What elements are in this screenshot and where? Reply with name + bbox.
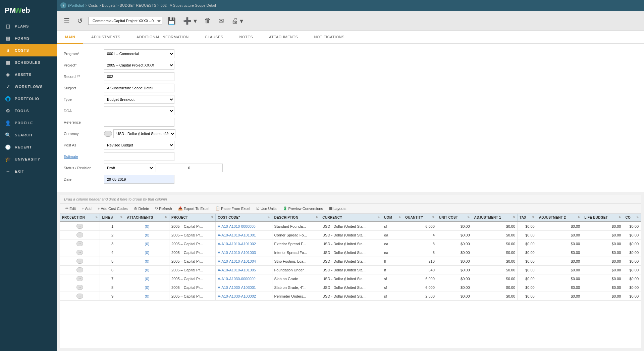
cell-cost-code[interactable]: A-A10-A1010-A101002 (216, 239, 272, 248)
add-cost-codes-button[interactable]: + Add Cost Codes (95, 206, 130, 212)
sidebar-item-schedules[interactable]: ▦ SCHEDULES (0, 56, 57, 69)
cell-attachments[interactable]: (0) (125, 231, 169, 239)
tab-adjustments[interactable]: ADJUSTMENTS (83, 31, 128, 44)
cell-projection[interactable]: ··· (60, 257, 100, 266)
cell-projection[interactable]: ··· (60, 222, 100, 231)
cell-attachments[interactable]: (0) (125, 257, 169, 266)
th-line[interactable]: LINE #⇅ (100, 214, 125, 222)
cell-attachments[interactable]: (0) (125, 239, 169, 248)
cell-attachments[interactable]: (0) (125, 248, 169, 257)
th-tax[interactable]: TAX⇅ (518, 214, 537, 222)
cell-attachments[interactable]: (0) (125, 222, 169, 231)
cell-attachments[interactable]: (0) (125, 274, 169, 283)
sidebar-item-portfolio[interactable]: 🌐 PORTFOLIO (0, 93, 57, 105)
project-select-field[interactable]: 2005 – Capital Project XXXX (104, 61, 174, 70)
cost-code-link[interactable]: A-A10-A1030-0000000 (218, 277, 256, 281)
status-select[interactable]: Draft (104, 164, 154, 172)
cell-cost-code[interactable]: A-A10-A1010-A101001 (216, 231, 272, 239)
undo-button[interactable]: ↺ (75, 15, 85, 26)
grid-delete-button[interactable]: 🗑 Delete (131, 206, 152, 212)
cell-attachments[interactable]: (0) (125, 283, 169, 292)
cell-projection[interactable]: ··· (60, 266, 100, 274)
cost-code-link[interactable]: A-A10-A1030-A103001 (218, 286, 256, 290)
th-life-budget[interactable]: LIFE BUDGET⇅ (582, 214, 623, 222)
projection-ellipsis-button[interactable]: ··· (76, 250, 83, 255)
attachments-link[interactable]: (0) (145, 268, 149, 272)
cell-projection[interactable]: ··· (60, 283, 100, 292)
th-description[interactable]: DESCRIPTION⇅ (272, 214, 320, 222)
attachments-link[interactable]: (0) (145, 242, 149, 246)
th-co[interactable]: CO⇅ (623, 214, 641, 222)
tab-notifications[interactable]: NOTIFICATIONS (306, 31, 353, 44)
reference-input[interactable] (104, 118, 174, 127)
sidebar-item-assets[interactable]: ◈ ASSETS (0, 69, 57, 81)
program-select[interactable]: 0001 – Commercial (104, 49, 174, 58)
tab-additional[interactable]: ADDITIONAL INFORMATION (128, 31, 197, 44)
menu-button[interactable]: ☰ (62, 15, 72, 26)
cell-projection[interactable]: ··· (60, 239, 100, 248)
edit-button[interactable]: ✏ Edit (63, 205, 78, 212)
cost-code-link[interactable]: A-A10-A1010-A101003 (218, 251, 256, 255)
th-adjustment2[interactable]: ADJUSTMENT 2⇅ (537, 214, 582, 222)
th-projection[interactable]: PROJECTION⇅ (60, 214, 100, 222)
revision-input[interactable] (156, 164, 223, 172)
estimate-input[interactable] (104, 152, 174, 161)
projection-ellipsis-button[interactable]: ··· (76, 241, 83, 246)
th-cost-code[interactable]: COST CODE*⇅ (216, 214, 272, 222)
tab-attachments[interactable]: ATTACHMENTS (261, 31, 306, 44)
cell-projection[interactable]: ··· (60, 292, 100, 301)
cost-code-link[interactable]: A-A10-A1010-0000000 (218, 224, 256, 228)
attachments-link[interactable]: (0) (145, 294, 149, 298)
doa-select[interactable] (104, 106, 174, 115)
cell-attachments[interactable]: (0) (125, 292, 169, 301)
cell-cost-code[interactable]: A-A10-A1010-A101003 (216, 248, 272, 257)
add-button[interactable]: ➕ ▾ (181, 15, 199, 26)
cell-projection[interactable]: ··· (60, 231, 100, 239)
cost-code-link[interactable]: A-A10-A1030-A103002 (218, 294, 256, 298)
th-currency[interactable]: CURRENCY⇅ (320, 214, 382, 222)
sidebar-item-exit[interactable]: → EXIT (0, 165, 57, 177)
cell-cost-code[interactable]: A-A10-A1010-A101005 (216, 266, 272, 274)
delete-button[interactable]: 🗑 (202, 15, 213, 26)
sidebar-item-forms[interactable]: ▤ FORMS (0, 32, 57, 44)
refresh-button[interactable]: ↻ Refresh (152, 205, 175, 212)
cost-code-link[interactable]: A-A10-A1010-A101005 (218, 268, 256, 272)
cost-code-link[interactable]: A-A10-A1010-A101004 (218, 259, 256, 263)
record-input[interactable] (104, 72, 174, 81)
currency-select[interactable]: USD - Dollar (United States of America) (113, 129, 175, 138)
cell-cost-code[interactable]: A-A10-A1010-A101004 (216, 257, 272, 266)
sidebar-item-costs[interactable]: $ COSTS (0, 44, 57, 56)
type-select[interactable]: Budget Breakout (104, 95, 174, 104)
cost-code-link[interactable]: A-A10-A1010-A101002 (218, 242, 256, 246)
tab-notes[interactable]: NOTES (231, 31, 261, 44)
sidebar-item-plans[interactable]: ◫ PLANS (0, 20, 57, 32)
layouts-button[interactable]: ▦ Layouts (326, 205, 349, 212)
export-button[interactable]: 📤 Export To Excel (175, 205, 212, 212)
th-uom[interactable]: UOM⇅ (382, 214, 403, 222)
tab-clauses[interactable]: CLAUSES (197, 31, 231, 44)
date-input[interactable] (104, 175, 174, 184)
projection-ellipsis-button[interactable]: ··· (76, 232, 83, 237)
projection-ellipsis-button[interactable]: ··· (76, 224, 83, 229)
project-select[interactable]: Commercial-Capital Project XXXX - 0 (88, 17, 162, 25)
cell-cost-code[interactable]: A-A10-A1030-A103001 (216, 283, 272, 292)
projection-ellipsis-button[interactable]: ··· (76, 294, 83, 299)
attachments-link[interactable]: (0) (145, 277, 149, 281)
projection-ellipsis-button[interactable]: ··· (76, 267, 83, 272)
subject-input[interactable] (104, 84, 174, 92)
print-button[interactable]: 🖨 ▾ (229, 15, 246, 26)
tab-main[interactable]: MAIN (57, 31, 83, 44)
cost-code-link[interactable]: A-A10-A1010-A101001 (218, 233, 256, 237)
th-unit-cost[interactable]: UNIT COST⇅ (437, 214, 472, 222)
th-quantity[interactable]: QUANTITY⇅ (403, 214, 437, 222)
cell-cost-code[interactable]: A-A10-A1030-A103002 (216, 292, 272, 301)
projection-ellipsis-button[interactable]: ··· (76, 276, 83, 281)
cell-projection[interactable]: ··· (60, 248, 100, 257)
projection-ellipsis-button[interactable]: ··· (76, 259, 83, 264)
preview-button[interactable]: 💲 Preview Conversions (280, 205, 326, 212)
sidebar-item-workflows[interactable]: ✓ WORKFLOWS (0, 81, 57, 93)
cell-cost-code[interactable]: A-A10-A1010-0000000 (216, 222, 272, 231)
currency-ellipsis-button[interactable]: ··· (104, 131, 112, 137)
sidebar-item-search[interactable]: 🔍 SEARCH (0, 129, 57, 141)
attachments-link[interactable]: (0) (145, 259, 149, 263)
